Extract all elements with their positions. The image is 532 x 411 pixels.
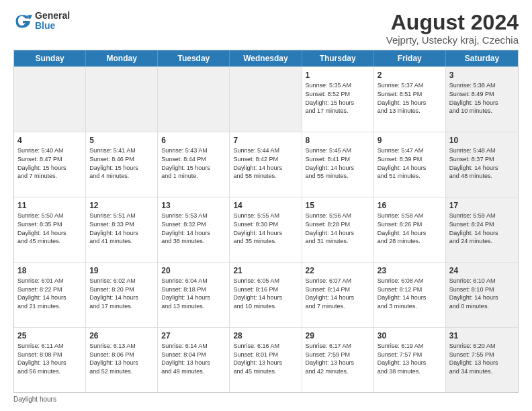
day-info: Sunrise: 6:07 AM Sunset: 8:14 PM Dayligh… [306,277,370,310]
calendar: SundayMondayTuesdayWednesdayThursdayFrid… [13,50,519,393]
calendar-day-15: 15Sunrise: 5:56 AM Sunset: 8:28 PM Dayli… [302,197,374,262]
calendar-week-2: 4Sunrise: 5:40 AM Sunset: 8:47 PM Daylig… [14,132,518,197]
day-number: 28 [233,330,298,341]
calendar-day-31: 31Sunrise: 6:20 AM Sunset: 7:55 PM Dayli… [446,328,518,392]
day-header-thursday: Thursday [302,50,374,66]
day-number: 14 [233,200,298,211]
day-number: 11 [17,200,82,211]
calendar-day-18: 18Sunrise: 6:01 AM Sunset: 8:22 PM Dayli… [14,263,86,327]
calendar-day-13: 13Sunrise: 5:53 AM Sunset: 8:32 PM Dayli… [158,197,230,262]
day-info: Sunrise: 6:11 AM Sunset: 8:08 PM Dayligh… [17,342,82,375]
day-info: Sunrise: 5:48 AM Sunset: 8:37 PM Dayligh… [449,146,515,180]
day-info: Sunrise: 6:17 AM Sunset: 7:59 PM Dayligh… [306,342,370,375]
logo-text: General Blue [35,11,70,32]
day-number: 17 [449,200,515,211]
day-info: Sunrise: 5:44 AM Sunset: 8:42 PM Dayligh… [233,146,298,180]
calendar-day-25: 25Sunrise: 6:11 AM Sunset: 8:08 PM Dayli… [14,328,86,392]
day-header-friday: Friday [374,50,446,66]
day-number: 3 [449,70,515,81]
day-number: 23 [378,265,442,276]
day-info: Sunrise: 6:14 AM Sunset: 8:04 PM Dayligh… [161,342,226,375]
day-info: Sunrise: 5:43 AM Sunset: 8:44 PM Dayligh… [161,146,226,180]
calendar-day-6: 6Sunrise: 5:43 AM Sunset: 8:44 PM Daylig… [158,132,230,197]
day-info: Sunrise: 6:19 AM Sunset: 7:57 PM Dayligh… [378,342,442,375]
logo-line2: Blue [35,21,70,31]
day-number: 22 [306,265,370,276]
day-info: Sunrise: 5:40 AM Sunset: 8:47 PM Dayligh… [17,146,82,180]
day-number: 9 [378,135,442,146]
calendar-day-5: 5Sunrise: 5:41 AM Sunset: 8:46 PM Daylig… [86,132,158,197]
calendar-day-22: 22Sunrise: 6:07 AM Sunset: 8:14 PM Dayli… [302,263,374,327]
day-number: 25 [17,330,82,341]
calendar-day-2: 2Sunrise: 5:37 AM Sunset: 8:51 PM Daylig… [374,67,446,132]
calendar-week-4: 18Sunrise: 6:01 AM Sunset: 8:22 PM Dayli… [14,262,518,327]
day-number: 24 [449,265,515,276]
day-info: Sunrise: 5:51 AM Sunset: 8:33 PM Dayligh… [89,212,154,245]
day-info: Sunrise: 6:20 AM Sunset: 7:55 PM Dayligh… [449,342,515,375]
calendar-week-1: 1Sunrise: 5:35 AM Sunset: 8:52 PM Daylig… [14,66,518,132]
calendar-day-14: 14Sunrise: 5:55 AM Sunset: 8:30 PM Dayli… [230,197,302,262]
footer-note: Daylight hours [13,396,519,403]
calendar-day-11: 11Sunrise: 5:50 AM Sunset: 8:35 PM Dayli… [14,197,86,262]
day-header-sunday: Sunday [14,50,86,66]
calendar-day-16: 16Sunrise: 5:58 AM Sunset: 8:26 PM Dayli… [374,197,446,262]
calendar-day-30: 30Sunrise: 6:19 AM Sunset: 7:57 PM Dayli… [374,328,446,392]
day-info: Sunrise: 5:50 AM Sunset: 8:35 PM Dayligh… [17,212,82,245]
calendar-day-3: 3Sunrise: 5:38 AM Sunset: 8:49 PM Daylig… [446,67,518,132]
day-info: Sunrise: 6:10 AM Sunset: 8:10 PM Dayligh… [449,277,515,310]
day-info: Sunrise: 6:05 AM Sunset: 8:16 PM Dayligh… [233,277,298,310]
subtitle: Vejprty, Ustecky kraj, Czechia [386,34,519,46]
day-header-tuesday: Tuesday [158,50,230,66]
day-info: Sunrise: 6:02 AM Sunset: 8:20 PM Dayligh… [89,277,154,310]
calendar-week-5: 25Sunrise: 6:11 AM Sunset: 8:08 PM Dayli… [14,327,518,392]
day-info: Sunrise: 5:58 AM Sunset: 8:26 PM Dayligh… [378,212,442,245]
day-number: 18 [17,265,82,276]
day-number: 21 [233,265,298,276]
day-number: 6 [161,135,226,146]
day-info: Sunrise: 5:53 AM Sunset: 8:32 PM Dayligh… [161,212,226,245]
day-number: 5 [89,135,154,146]
calendar-empty-cell [86,67,158,132]
day-number: 2 [378,70,442,81]
day-number: 8 [306,135,370,146]
calendar-day-26: 26Sunrise: 6:13 AM Sunset: 8:06 PM Dayli… [86,328,158,392]
day-number: 20 [161,265,226,276]
day-number: 29 [306,330,370,341]
logo-line1: General [35,11,70,21]
calendar-day-23: 23Sunrise: 6:08 AM Sunset: 8:12 PM Dayli… [374,263,446,327]
calendar-day-24: 24Sunrise: 6:10 AM Sunset: 8:10 PM Dayli… [446,263,518,327]
calendar-day-17: 17Sunrise: 5:59 AM Sunset: 8:24 PM Dayli… [446,197,518,262]
calendar-empty-cell [230,67,302,132]
day-number: 31 [449,330,515,341]
calendar-day-8: 8Sunrise: 5:45 AM Sunset: 8:41 PM Daylig… [302,132,374,197]
day-info: Sunrise: 5:45 AM Sunset: 8:41 PM Dayligh… [306,146,370,180]
day-info: Sunrise: 5:37 AM Sunset: 8:51 PM Dayligh… [378,81,442,115]
day-info: Sunrise: 5:59 AM Sunset: 8:24 PM Dayligh… [449,212,515,245]
day-info: Sunrise: 5:38 AM Sunset: 8:49 PM Dayligh… [449,81,515,115]
title-block: August 2024 Vejprty, Ustecky kraj, Czech… [386,11,519,46]
calendar-day-19: 19Sunrise: 6:02 AM Sunset: 8:20 PM Dayli… [86,263,158,327]
day-info: Sunrise: 5:35 AM Sunset: 8:52 PM Dayligh… [306,81,370,115]
day-number: 26 [89,330,154,341]
day-info: Sunrise: 6:16 AM Sunset: 8:01 PM Dayligh… [233,342,298,375]
day-number: 15 [306,200,370,211]
calendar-day-12: 12Sunrise: 5:51 AM Sunset: 8:33 PM Dayli… [86,197,158,262]
logo: General Blue [13,11,70,32]
calendar-header: SundayMondayTuesdayWednesdayThursdayFrid… [14,50,518,66]
day-header-saturday: Saturday [446,50,518,66]
day-number: 7 [233,135,298,146]
day-number: 4 [17,135,82,146]
day-number: 30 [378,330,442,341]
calendar-day-1: 1Sunrise: 5:35 AM Sunset: 8:52 PM Daylig… [302,67,374,132]
day-info: Sunrise: 5:55 AM Sunset: 8:30 PM Dayligh… [233,212,298,245]
calendar-day-10: 10Sunrise: 5:48 AM Sunset: 8:37 PM Dayli… [446,132,518,197]
day-info: Sunrise: 5:56 AM Sunset: 8:28 PM Dayligh… [306,212,370,245]
day-number: 10 [449,135,515,146]
day-number: 12 [89,200,154,211]
calendar-day-9: 9Sunrise: 5:47 AM Sunset: 8:39 PM Daylig… [374,132,446,197]
calendar-week-3: 11Sunrise: 5:50 AM Sunset: 8:35 PM Dayli… [14,197,518,262]
day-number: 19 [89,265,154,276]
day-info: Sunrise: 6:13 AM Sunset: 8:06 PM Dayligh… [89,342,154,375]
calendar-empty-cell [158,67,230,132]
calendar-day-4: 4Sunrise: 5:40 AM Sunset: 8:47 PM Daylig… [14,132,86,197]
